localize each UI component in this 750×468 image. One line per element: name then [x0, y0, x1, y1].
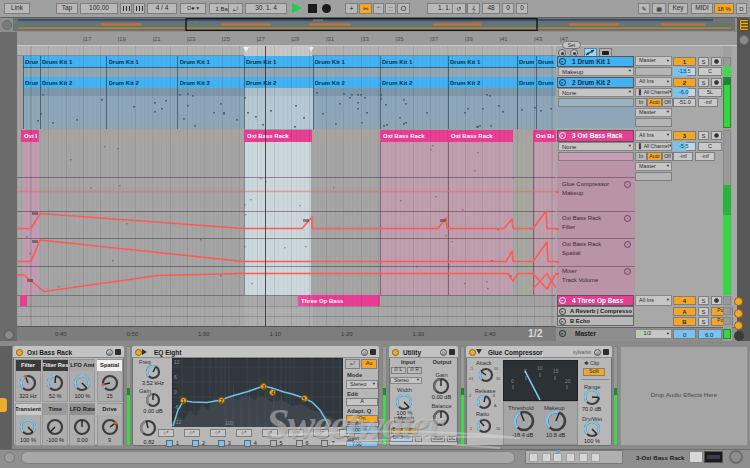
svg-text:20: 20 [565, 378, 571, 384]
svg-text:0: 0 [511, 378, 514, 384]
svg-text:15: 15 [553, 368, 559, 374]
svg-text:10: 10 [537, 365, 543, 371]
